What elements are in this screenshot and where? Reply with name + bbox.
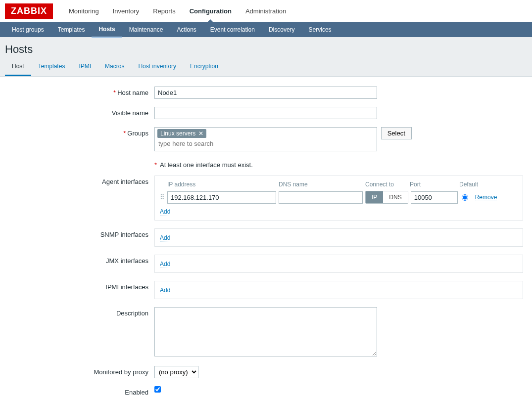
agent-interfaces-label: Agent interfaces — [102, 178, 148, 185]
sub-nav: Host groups Templates Hosts Maintenance … — [0, 22, 532, 37]
agent-ip-input[interactable] — [167, 191, 276, 204]
description-textarea[interactable] — [154, 307, 377, 356]
group-tag: Linux servers ✕ — [157, 129, 206, 138]
groups-multiselect[interactable]: Linux servers ✕ — [154, 127, 377, 151]
proxy-label: Monitored by proxy — [94, 368, 148, 376]
required-marker: * — [123, 130, 126, 137]
connect-ip-option[interactable]: IP — [366, 191, 383, 203]
nav-configuration[interactable]: Configuration — [183, 0, 239, 22]
top-bar: ZABBIX Monitoring Inventory Reports Conf… — [0, 0, 532, 22]
col-dns-header: DNS name — [279, 181, 365, 188]
tab-templates[interactable]: Templates — [31, 58, 72, 76]
select-groups-button[interactable]: Select — [381, 127, 412, 139]
groups-label: Groups — [127, 130, 148, 137]
nav-inventory[interactable]: Inventory — [106, 0, 146, 22]
subnav-host-groups[interactable]: Host groups — [5, 22, 51, 37]
col-connect-header: Connect to — [365, 181, 409, 188]
host-form: *Host name Visible name *Groups Linux se… — [0, 77, 532, 398]
subnav-event-correlation[interactable]: Event correlation — [203, 22, 262, 37]
col-port-header: Port — [410, 181, 459, 188]
agent-dns-input[interactable] — [279, 191, 363, 204]
nav-administration[interactable]: Administration — [239, 0, 293, 22]
groups-search-input[interactable] — [157, 138, 374, 149]
col-default-header: Default — [459, 181, 489, 188]
agent-add-link[interactable]: Add — [160, 208, 170, 216]
subnav-hosts[interactable]: Hosts — [92, 22, 122, 38]
required-marker: * — [154, 161, 157, 169]
visible-name-label: Visible name — [112, 109, 148, 117]
ipmi-interfaces-box: Add — [154, 281, 523, 299]
ipmi-interfaces-label: IPMI interfaces — [105, 283, 148, 291]
nav-monitoring[interactable]: Monitoring — [62, 0, 106, 22]
tab-ipmi[interactable]: IPMI — [72, 58, 98, 76]
connect-to-toggle: IP DNS — [365, 191, 408, 204]
tab-host-inventory[interactable]: Host inventory — [131, 58, 183, 76]
page-title: Hosts — [5, 43, 527, 56]
nav-reports[interactable]: Reports — [146, 0, 183, 22]
drag-handle-icon[interactable]: ⠿ — [160, 196, 165, 199]
visible-name-input[interactable] — [154, 107, 377, 119]
tabs: Host Templates IPMI Macros Host inventor… — [0, 58, 532, 77]
connect-dns-option[interactable]: DNS — [383, 191, 407, 203]
enabled-checkbox[interactable] — [154, 386, 161, 393]
subnav-services[interactable]: Services — [302, 22, 339, 37]
agent-remove-link[interactable]: Remove — [475, 194, 497, 201]
tab-host[interactable]: Host — [5, 58, 31, 76]
remove-tag-icon[interactable]: ✕ — [198, 130, 203, 137]
col-ip-header: IP address — [167, 181, 279, 188]
snmp-add-link[interactable]: Add — [160, 234, 170, 242]
jmx-interfaces-label: JMX interfaces — [106, 257, 148, 265]
snmp-interfaces-box: Add — [154, 228, 523, 247]
snmp-interfaces-label: SNMP interfaces — [100, 231, 148, 238]
jmx-add-link[interactable]: Add — [160, 261, 170, 268]
subnav-actions[interactable]: Actions — [170, 22, 203, 37]
tab-macros[interactable]: Macros — [98, 58, 131, 76]
host-name-input[interactable] — [154, 87, 377, 99]
agent-interface-row: ⠿ IP DNS Remove — [160, 191, 517, 204]
page-header: Hosts — [0, 37, 532, 58]
logo[interactable]: ZABBIX — [5, 3, 53, 19]
subnav-discovery[interactable]: Discovery — [262, 22, 302, 37]
subnav-maintenance[interactable]: Maintenance — [122, 22, 170, 37]
required-marker: * — [113, 89, 116, 96]
jmx-interfaces-box: Add — [154, 255, 523, 273]
agent-interfaces-box: IP address DNS name Connect to Port Defa… — [154, 176, 523, 221]
top-nav: Monitoring Inventory Reports Configurati… — [62, 0, 293, 22]
description-label: Description — [116, 310, 148, 317]
agent-port-input[interactable] — [411, 191, 458, 204]
interface-hint: At least one interface must exist. — [160, 161, 253, 169]
proxy-select[interactable]: (no proxy) — [154, 366, 198, 378]
group-tag-label: Linux servers — [160, 130, 195, 137]
enabled-label: Enabled — [125, 389, 148, 396]
host-name-label: Host name — [117, 89, 148, 96]
tab-encryption[interactable]: Encryption — [183, 58, 225, 76]
agent-default-radio[interactable] — [462, 194, 468, 201]
ipmi-add-link[interactable]: Add — [160, 287, 170, 294]
subnav-templates[interactable]: Templates — [51, 22, 92, 37]
